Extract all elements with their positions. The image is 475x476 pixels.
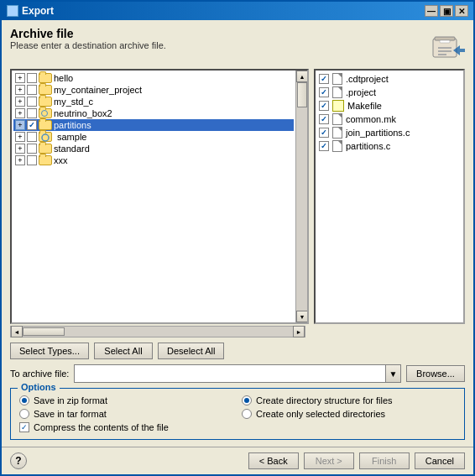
expander-partitions[interactable]: + — [15, 120, 25, 130]
checkbox-neutrino[interactable] — [27, 108, 37, 118]
folder-icon-hello — [39, 73, 52, 83]
file-row-cdtproject[interactable]: .cdtproject — [317, 72, 462, 86]
label-makefile: Makefile — [347, 101, 382, 111]
tree-item-partitions[interactable]: + partitions — [13, 119, 294, 131]
checkbox-common[interactable] — [319, 114, 329, 124]
hscroll-track[interactable] — [23, 327, 293, 336]
hscroll-thumb[interactable] — [23, 327, 65, 336]
checkbox-my-container[interactable] — [27, 85, 37, 95]
expander-sample[interactable]: + — [15, 132, 25, 142]
help-button[interactable]: ? — [10, 452, 27, 469]
checkbox-xxx[interactable] — [27, 155, 37, 165]
scroll-thumb[interactable] — [297, 82, 307, 107]
tree-item-neutrino[interactable]: + neutrino_box2 — [13, 107, 294, 119]
radio-btn-zip[interactable] — [19, 395, 29, 405]
file-list-panel[interactable]: .cdtproject .project Makefile common.mk — [314, 69, 465, 324]
checkbox-my-std-c[interactable] — [27, 97, 37, 107]
svg-rect-4 — [438, 50, 452, 52]
expander-my-container[interactable]: + — [15, 85, 25, 95]
checkbox-compress-row[interactable]: ✓ Compress the contents of the file — [19, 422, 233, 432]
tree-item-hello[interactable]: + hello — [13, 72, 294, 84]
browse-button[interactable]: Browse... — [406, 365, 465, 382]
close-button[interactable]: ✕ — [455, 5, 468, 17]
file-row-common[interactable]: common.mk — [317, 112, 462, 126]
radio-label-create-selected: Create only selected directories — [256, 409, 385, 419]
sample-icon — [39, 132, 54, 142]
file-row-partitions-c[interactable]: partitions.c — [317, 139, 462, 153]
archive-label: To archive file: — [10, 369, 69, 379]
checkbox-standard[interactable] — [27, 144, 37, 154]
header-text: Archive file Please enter a destination … — [10, 27, 166, 50]
select-types-button[interactable]: Select Types... — [10, 343, 89, 359]
radio-create-dir[interactable]: Create directory structure for files — [242, 395, 456, 405]
hscrollbar[interactable]: ◄ ► — [10, 326, 305, 337]
label-neutrino: neutrino_box2 — [54, 108, 112, 118]
tree-item-xxx[interactable]: + xxx — [13, 154, 294, 166]
label-my-std-c: my_std_c — [54, 97, 93, 107]
file-row-makefile[interactable]: Makefile — [317, 99, 462, 112]
tree-panels: + hello + my_container_project + — [10, 69, 465, 324]
archive-input[interactable] — [75, 365, 385, 382]
checkbox-compress[interactable]: ✓ — [19, 422, 29, 432]
label-standard: standard — [54, 144, 90, 154]
checkbox-makefile[interactable] — [319, 101, 329, 111]
back-button[interactable]: < Back — [248, 452, 299, 469]
folder-icon-neutrino — [39, 108, 52, 118]
tree-item-my-container[interactable]: + my_container_project — [13, 84, 294, 96]
label-project: .project — [346, 87, 376, 97]
radio-label-tar: Save in tar format — [34, 409, 107, 419]
tree-item-my-std-c[interactable]: + my_std_c — [13, 96, 294, 107]
scroll-up-arrow[interactable]: ▲ — [296, 71, 308, 82]
checkbox-sample[interactable] — [27, 132, 37, 142]
checkbox-hello[interactable] — [27, 73, 37, 83]
checkbox-partitions[interactable] — [27, 120, 37, 130]
file-row-project[interactable]: .project — [317, 86, 462, 99]
svg-point-7 — [42, 134, 49, 141]
checkbox-project[interactable] — [319, 87, 329, 97]
radio-create-selected[interactable]: Create only selected directories — [242, 409, 456, 419]
finish-button[interactable]: Finish — [359, 452, 410, 469]
label-xxx: xxx — [54, 155, 68, 165]
combo-dropdown-arrow[interactable]: ▼ — [385, 365, 400, 382]
expander-my-std-c[interactable]: + — [15, 97, 25, 107]
hscroll-left[interactable]: ◄ — [11, 326, 23, 337]
footer-left: ? — [10, 452, 27, 469]
project-tree[interactable]: + hello + my_container_project + — [10, 69, 309, 324]
action-buttons: Select Types... Select All Deselect All — [10, 343, 465, 359]
options-grid: Save in zip format Create directory stru… — [19, 395, 456, 432]
next-button[interactable]: Next > — [304, 452, 354, 469]
scroll-track[interactable] — [296, 82, 307, 311]
tree-item-sample[interactable]: + sample — [13, 131, 294, 143]
radio-zip[interactable]: Save in zip format — [19, 395, 233, 405]
scroll-down-arrow[interactable]: ▼ — [296, 311, 308, 322]
radio-btn-create-selected[interactable] — [242, 409, 252, 419]
label-cdtproject: .cdtproject — [346, 74, 389, 84]
hscroll-area: ◄ ► — [10, 326, 465, 337]
hscroll-right[interactable]: ► — [293, 326, 305, 337]
svg-rect-2 — [440, 40, 450, 43]
expander-xxx[interactable]: + — [15, 155, 25, 165]
archive-row: To archive file: ▼ Browse... — [10, 364, 465, 383]
tree-item-standard[interactable]: + standard — [13, 143, 294, 154]
file-row-join[interactable]: join_partitions.c — [317, 126, 462, 139]
checkbox-compress-label: Compress the contents of the file — [34, 422, 169, 432]
select-all-button[interactable]: Select All — [94, 343, 153, 359]
expander-neutrino[interactable]: + — [15, 108, 25, 118]
checkbox-partitions-c[interactable] — [319, 141, 329, 151]
expander-hello[interactable]: + — [15, 73, 25, 83]
expander-standard[interactable]: + — [15, 144, 25, 154]
restore-button[interactable]: ▣ — [440, 5, 453, 17]
options-group: Options Save in zip format Create direct… — [10, 388, 465, 440]
archive-input-combo[interactable]: ▼ — [74, 364, 401, 383]
radio-btn-tar[interactable] — [19, 409, 29, 419]
checkbox-cdtproject[interactable] — [319, 74, 329, 84]
radio-btn-create-dir[interactable] — [242, 395, 252, 405]
tree-vscroll[interactable]: ▲ ▼ — [295, 71, 307, 322]
minimize-button[interactable]: — — [425, 5, 438, 17]
dialog-content: Archive file Please enter a destination … — [2, 20, 473, 447]
radio-tar[interactable]: Save in tar format — [19, 409, 233, 419]
folder-icon-my-std-c — [39, 97, 52, 107]
deselect-all-button[interactable]: Deselect All — [158, 343, 224, 359]
checkbox-join[interactable] — [319, 128, 329, 138]
cancel-button[interactable]: Cancel — [415, 452, 465, 469]
